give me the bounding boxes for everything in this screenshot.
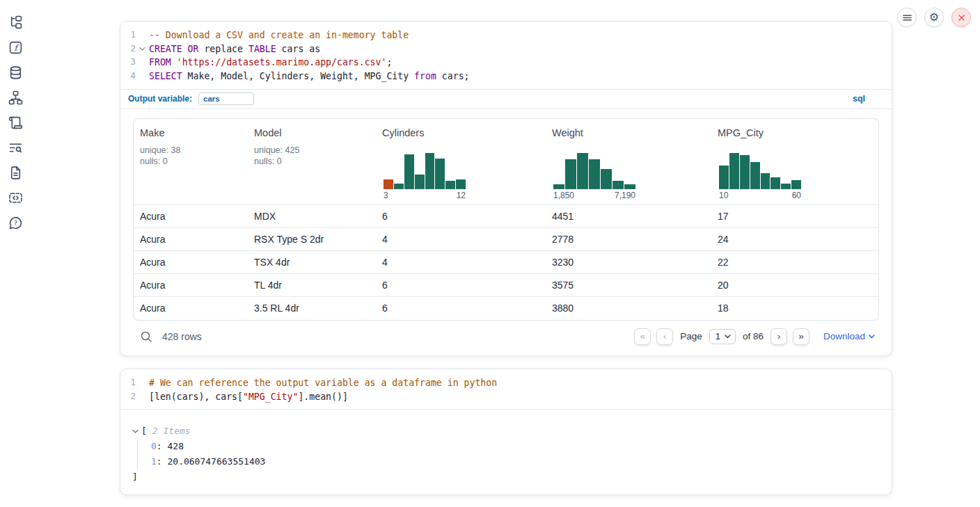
tree-collapse-toggle[interactable]: [132, 429, 141, 434]
table-header-row: Makeunique: 38nulls: 0Modelunique: 425nu…: [134, 119, 878, 205]
output-variable-label: Output variable:: [128, 94, 192, 104]
table-cell: Acura: [134, 257, 248, 268]
column-header[interactable]: Cylinders312: [376, 119, 546, 204]
sidebar-item-dependency-graph[interactable]: [8, 90, 23, 105]
sidebar-item-variables[interactable]: f: [8, 40, 23, 55]
histogram-bar: [601, 169, 612, 189]
histogram-bar: [750, 162, 760, 188]
histogram-bar: [761, 173, 770, 189]
code-line: 4SELECT Make, Model, Cylinders, Weight, …: [120, 70, 892, 83]
table-cell: 3880: [546, 303, 711, 314]
sql-cell-output: Makeunique: 38nulls: 0Modelunique: 425nu…: [120, 109, 892, 348]
sidebar-item-help[interactable]: ?: [8, 216, 23, 230]
fold-chevron-icon[interactable]: [136, 42, 149, 56]
data-table: Makeunique: 38nulls: 0Modelunique: 425nu…: [133, 118, 879, 321]
sidebar-item-datasources[interactable]: [8, 65, 23, 80]
python-code-editor[interactable]: 1# We can reference the output variable …: [120, 369, 892, 409]
table-cell: 20: [711, 280, 878, 291]
tree-entry-key: 0: [151, 441, 157, 451]
histogram-bar: [445, 181, 455, 189]
help-bubble-icon: ?: [8, 216, 23, 230]
tree-root-line: [ 2 Items: [132, 424, 892, 439]
table-row: Acura3.5 RL 4dr6388018: [134, 297, 878, 320]
table-row: AcuraRSX Type S 2dr4277824: [134, 228, 878, 251]
pagination: « ‹ Page 1 of 86 › »: [634, 328, 809, 345]
shutdown-button[interactable]: [951, 8, 971, 27]
line-number: 4: [120, 70, 136, 83]
page-total-label: of 86: [743, 331, 764, 341]
histogram-axis-labels: 1,8507,190: [553, 191, 635, 200]
tree-close-bracket: ]: [132, 469, 892, 485]
gutter-spacer: [136, 56, 149, 70]
svg-text:f: f: [14, 43, 19, 53]
output-variable-input[interactable]: [198, 92, 254, 105]
sidebar-item-scratchpad-search[interactable]: [8, 140, 23, 155]
tree-item-count: 2 Items: [152, 424, 191, 439]
table-cell: 3.5 RL 4dr: [248, 303, 376, 314]
histogram-bar: [565, 159, 576, 189]
column-header[interactable]: MPG_City1060: [711, 119, 878, 204]
histogram-bar: [624, 184, 635, 189]
table-cell: TSX 4dr: [248, 257, 376, 268]
chevron-down-icon: [725, 335, 731, 339]
output-variable-row: Output variable: sql: [120, 89, 892, 109]
sidebar-item-file-explorer[interactable]: [8, 15, 23, 30]
gear-icon: ⚙: [929, 12, 939, 23]
code-line: 1-- Download a CSV and create an in-memo…: [120, 29, 892, 42]
list-search-icon: [8, 140, 23, 155]
histogram-bar: [415, 175, 425, 189]
histogram-bar: [589, 159, 600, 189]
last-page-button[interactable]: »: [793, 328, 809, 345]
column-header[interactable]: Modelunique: 425nulls: 0: [248, 119, 376, 204]
column-header[interactable]: Weight1,8507,190: [546, 119, 711, 204]
table-cell: 4: [376, 234, 546, 245]
table-body: AcuraMDX6445117AcuraRSX Type S 2dr427782…: [134, 205, 878, 320]
code-text: CREATE OR replace TABLE cars as: [149, 42, 320, 56]
sidebar-item-logs[interactable]: [8, 115, 23, 130]
column-histogram: 1060: [719, 153, 801, 200]
table-cell: 17: [711, 211, 878, 222]
page-label: Page: [680, 331, 702, 341]
code-line: 3FROM 'https://datasets.marimo.app/cars.…: [120, 56, 892, 70]
column-title: Make: [140, 127, 242, 138]
gutter-spacer: [136, 376, 149, 390]
tree-entry: 1: 20.060747663551403: [151, 454, 892, 469]
python-cell: 1# We can reference the output variable …: [120, 369, 892, 495]
next-page-button[interactable]: ›: [770, 328, 787, 345]
svg-text:?: ?: [13, 219, 17, 227]
line-number: 2: [120, 390, 136, 404]
table-cell: Acura: [134, 280, 248, 291]
menu-button[interactable]: [897, 8, 917, 27]
table-row: AcuraTL 4dr6357520: [134, 274, 878, 297]
row-count: 428 rows: [162, 331, 202, 342]
code-line: 1# We can reference the output variable …: [120, 376, 892, 390]
table-cell: Acura: [134, 303, 248, 314]
histogram-bar: [612, 181, 624, 189]
column-header[interactable]: Makeunique: 38nulls: 0: [134, 119, 248, 204]
close-icon: [957, 13, 966, 22]
page-select[interactable]: 1: [709, 329, 736, 344]
gutter-spacer: [136, 390, 149, 404]
settings-button[interactable]: ⚙: [924, 8, 944, 27]
tree-entry-value: 20.060747663551403: [167, 456, 265, 467]
code-text: [len(cars), cars["MPG_City"].mean()]: [149, 390, 348, 404]
table-search-button[interactable]: [140, 330, 152, 343]
histogram-bar: [456, 179, 466, 189]
table-row: AcuraTSX 4dr4323022: [134, 251, 878, 274]
histogram-bar: [384, 179, 393, 189]
scroll-icon: [8, 115, 23, 130]
histogram-bar: [719, 166, 729, 189]
table-cell: TL 4dr: [248, 280, 376, 291]
sidebar-item-documentation[interactable]: [8, 166, 23, 180]
column-title: MPG_City: [718, 127, 872, 138]
sql-code-editor[interactable]: 1-- Download a CSV and create an in-memo…: [120, 22, 892, 89]
download-button[interactable]: Download: [823, 331, 875, 341]
tree-entries: 0: 4281: 20.060747663551403: [137, 439, 892, 469]
first-page-button[interactable]: «: [634, 328, 651, 345]
file-tree-icon: [8, 15, 23, 30]
sidebar-item-snippets[interactable]: [8, 191, 23, 205]
histogram-bar: [435, 159, 445, 189]
table-cell: 3575: [546, 280, 711, 291]
histogram-bar: [404, 154, 414, 188]
previous-page-button[interactable]: ‹: [656, 328, 673, 345]
